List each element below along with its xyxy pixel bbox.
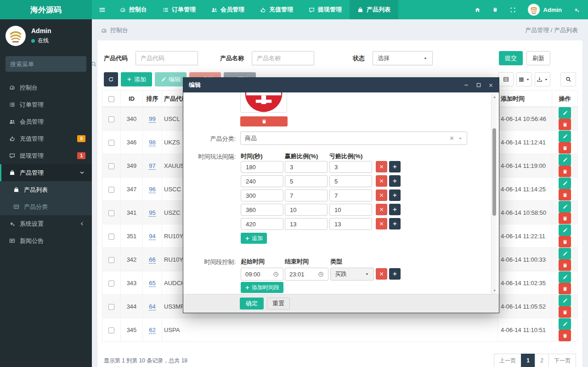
- sidebar-item[interactable]: 提现管理 1: [0, 147, 92, 164]
- period-type-select[interactable]: 买跌: [330, 268, 374, 281]
- sidebar-item[interactable]: 产品管理: [0, 164, 92, 181]
- row-delete-button[interactable]: [559, 306, 571, 318]
- remove-interval-button[interactable]: [376, 161, 387, 172]
- col-sort[interactable]: 排序: [143, 91, 162, 107]
- trash-icon[interactable]: [492, 7, 498, 12]
- row-checkbox[interactable]: [108, 304, 114, 310]
- navbar-item[interactable]: 提现管理: [301, 0, 350, 19]
- sort-link[interactable]: 94: [149, 233, 155, 240]
- row-delete-button[interactable]: [559, 212, 571, 224]
- row-edit-button[interactable]: [559, 201, 571, 212]
- add-button[interactable]: 添加: [121, 72, 152, 86]
- export-button[interactable]: [535, 72, 550, 86]
- search-icon[interactable]: [91, 61, 97, 67]
- interval-time-input[interactable]: [241, 218, 283, 230]
- sidebar-item[interactable]: 控制台: [0, 79, 92, 96]
- interval-lose-input[interactable]: [329, 204, 372, 216]
- row-checkbox[interactable]: [108, 116, 114, 122]
- user-menu[interactable]: Admin: [528, 4, 562, 16]
- scroll-up-icon[interactable]: [492, 94, 497, 100]
- sort-link[interactable]: 66: [149, 256, 155, 264]
- row-edit-button[interactable]: [559, 318, 571, 330]
- row-delete-button[interactable]: [559, 259, 571, 271]
- add-period-button[interactable]: 添加时间段: [241, 282, 283, 293]
- columns-button[interactable]: [516, 72, 532, 86]
- product-name-input[interactable]: [252, 51, 314, 65]
- interval-win-input[interactable]: [285, 204, 328, 216]
- interval-lose-input[interactable]: [329, 175, 372, 187]
- sort-link[interactable]: 65: [149, 280, 155, 287]
- append-button[interactable]: 追加: [241, 233, 267, 244]
- interval-lose-input[interactable]: [329, 218, 372, 230]
- confirm-button[interactable]: 确定: [240, 298, 264, 310]
- remove-interval-button[interactable]: [376, 204, 387, 215]
- close-icon[interactable]: [488, 82, 493, 88]
- image-delete-button[interactable]: [240, 116, 288, 126]
- sort-link[interactable]: 64: [149, 303, 155, 310]
- settings-gear-icon[interactable]: [574, 7, 580, 13]
- pagination-page-2[interactable]: 2: [535, 354, 549, 367]
- sidebar-item[interactable]: 新闻公告: [0, 232, 92, 249]
- refresh-button[interactable]: 刷新: [526, 51, 550, 65]
- sidebar-item[interactable]: 系统设置: [0, 215, 92, 232]
- interval-time-input[interactable]: [241, 161, 283, 173]
- remove-interval-button[interactable]: [376, 189, 387, 201]
- end-time-input[interactable]: 23:01: [285, 268, 328, 281]
- row-delete-button[interactable]: [559, 189, 571, 201]
- row-checkbox[interactable]: [108, 140, 114, 146]
- sort-link[interactable]: 62: [149, 327, 155, 334]
- start-time-input[interactable]: 09:00: [241, 268, 283, 281]
- add-period-plus-button[interactable]: [389, 268, 401, 280]
- select-all-checkbox[interactable]: [108, 96, 114, 102]
- sort-link[interactable]: 96: [149, 186, 155, 193]
- reset-button[interactable]: 重置: [267, 298, 290, 310]
- submit-button[interactable]: 提交: [499, 51, 523, 65]
- row-edit-button[interactable]: [559, 107, 571, 119]
- sort-link[interactable]: 95: [149, 209, 155, 217]
- dialog-scrollbar[interactable]: [491, 93, 497, 294]
- interval-time-input[interactable]: [241, 189, 283, 201]
- scroll-down-icon[interactable]: [492, 287, 497, 293]
- scrollbar-thumb[interactable]: [492, 128, 496, 216]
- add-interval-button[interactable]: [389, 161, 401, 172]
- sidebar-item[interactable]: 产品列表: [0, 181, 92, 198]
- reload-button[interactable]: [104, 72, 118, 86]
- sidebar-item[interactable]: 充值管理 0: [0, 130, 92, 147]
- sort-link[interactable]: 97: [149, 162, 155, 170]
- interval-win-input[interactable]: [285, 189, 328, 201]
- interval-win-input[interactable]: [285, 175, 328, 187]
- sidebar-item[interactable]: 订单管理: [0, 96, 92, 113]
- remove-period-button[interactable]: [376, 268, 387, 280]
- row-delete-button[interactable]: [559, 236, 571, 247]
- interval-time-input[interactable]: [241, 175, 283, 187]
- row-edit-button[interactable]: [559, 248, 571, 259]
- interval-win-input[interactable]: [285, 218, 328, 230]
- home-icon[interactable]: [475, 7, 481, 13]
- row-checkbox[interactable]: [108, 210, 114, 216]
- pagination-prev[interactable]: 上一页: [494, 354, 521, 367]
- row-delete-button[interactable]: [559, 330, 571, 341]
- interval-time-input[interactable]: [241, 204, 283, 216]
- remove-interval-button[interactable]: [376, 175, 387, 187]
- dialog-titlebar[interactable]: 编辑: [183, 78, 499, 92]
- add-interval-button[interactable]: [389, 204, 401, 215]
- row-checkbox[interactable]: [108, 257, 114, 263]
- navbar-item[interactable]: 产品列表: [350, 0, 398, 19]
- navbar-item[interactable]: 充值管理: [252, 0, 301, 19]
- remove-interval-button[interactable]: [376, 218, 387, 229]
- row-checkbox[interactable]: [108, 163, 114, 169]
- sort-link[interactable]: 99: [149, 115, 155, 123]
- row-edit-button[interactable]: [559, 131, 571, 142]
- add-interval-button[interactable]: [389, 218, 401, 229]
- maximize-icon[interactable]: [476, 82, 481, 88]
- edit-button[interactable]: 编辑: [155, 72, 187, 86]
- pagination-next[interactable]: 下一页: [548, 354, 576, 367]
- row-edit-button[interactable]: [559, 178, 571, 189]
- clear-icon[interactable]: [449, 136, 454, 141]
- row-delete-button[interactable]: [559, 119, 571, 130]
- navbar-item[interactable]: 会员管理: [204, 0, 252, 19]
- sort-link[interactable]: 98: [149, 139, 155, 146]
- sidebar-search-input[interactable]: [10, 61, 91, 68]
- interval-lose-input[interactable]: [329, 189, 372, 201]
- interval-win-input[interactable]: [285, 161, 328, 173]
